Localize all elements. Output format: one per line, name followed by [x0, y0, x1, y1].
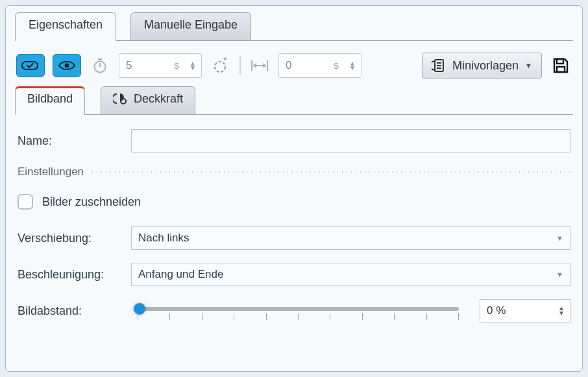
mini-templates-button[interactable]: Minivorlagen ▼	[422, 53, 542, 79]
chevron-down-icon: ▼	[525, 62, 532, 69]
sparkle-timer-icon[interactable]	[210, 55, 232, 77]
section-dots	[90, 171, 570, 173]
name-label: Name:	[18, 134, 131, 148]
crop-label: Bilder zuschneiden	[42, 195, 141, 209]
width-arrows-icon	[249, 55, 271, 77]
tab-deckkraft-label: Deckkraft	[134, 92, 183, 106]
accel-value: Anfang und Ende	[138, 268, 223, 281]
toggle-visible-button[interactable]	[53, 54, 81, 77]
toolbar: s ▲▼ s ▲▼ Minivorlagen ▼	[15, 41, 573, 82]
spacing-stepper[interactable]: ▲▼	[558, 306, 569, 316]
svg-rect-13	[557, 59, 563, 64]
svg-rect-0	[22, 62, 38, 69]
offset-unit: s	[334, 60, 339, 71]
shift-select[interactable]: Nach links ▼	[131, 226, 570, 250]
sub-tabs-rule	[15, 114, 573, 115]
offset-input[interactable]	[284, 58, 330, 73]
tab-properties-label: Eigenschaften	[29, 18, 103, 31]
slider-ticks	[138, 313, 459, 320]
svg-point-5	[215, 62, 225, 72]
slider-track	[138, 307, 459, 311]
tab-manual-input-label: Manuelle Eingabe	[144, 18, 238, 31]
accel-label: Beschleunigung:	[18, 268, 131, 282]
spacing-slider[interactable]	[131, 301, 465, 321]
top-tabs: Eigenschaften Manuelle Eingabe	[15, 12, 573, 41]
shift-label: Verschiebung:	[18, 232, 131, 245]
form-area: Name: Einstellungen Bilder zuschneiden V…	[15, 115, 573, 322]
chevron-down-icon: ▼	[556, 271, 563, 278]
svg-rect-14	[557, 67, 565, 72]
shift-value: Nach links	[138, 232, 189, 245]
section-settings-label: Einstellungen	[18, 165, 84, 178]
row-crop: Bilder zuschneiden	[18, 194, 570, 210]
stopwatch-icon	[89, 55, 111, 77]
row-name: Name:	[18, 129, 570, 152]
crop-checkbox[interactable]	[18, 194, 33, 210]
save-button[interactable]	[550, 55, 572, 77]
sub-tabs: Bildband Deckkraft	[15, 86, 573, 115]
duration-unit: s	[174, 60, 179, 71]
tab-manual-input[interactable]: Manuelle Eingabe	[130, 12, 251, 41]
svg-rect-3	[98, 58, 102, 60]
toggle-link-button[interactable]	[16, 54, 45, 77]
row-spacing: Bildabstand: 0 % ▲▼	[18, 299, 570, 322]
tab-properties[interactable]: Eigenschaften	[15, 12, 116, 41]
duration-spinner[interactable]: s ▲▼	[119, 53, 202, 78]
duration-input[interactable]	[125, 58, 170, 73]
section-settings: Einstellungen	[18, 165, 570, 178]
svg-point-1	[65, 64, 69, 68]
floppy-icon	[552, 56, 570, 75]
name-input[interactable]	[131, 129, 570, 152]
properties-panel: Eigenschaften Manuelle Eingabe s ▲▼	[5, 5, 583, 372]
row-shift: Verschiebung: Nach links ▼	[18, 226, 570, 250]
tab-bildband-label: Bildband	[27, 92, 73, 106]
opacity-icon	[113, 92, 127, 105]
eye-icon	[58, 60, 76, 71]
row-accel: Beschleunigung: Anfang und Ende ▼	[18, 263, 570, 286]
toolbar-divider	[239, 56, 241, 75]
offset-spinner[interactable]: s ▲▼	[278, 53, 361, 78]
duration-stepper[interactable]: ▲▼	[190, 61, 196, 70]
tab-bildband[interactable]: Bildband	[15, 86, 85, 115]
tab-deckkraft[interactable]: Deckkraft	[101, 86, 195, 115]
link-check-icon	[21, 60, 40, 71]
template-icon	[432, 58, 446, 73]
spacing-spinner[interactable]: 0 % ▲▼	[480, 299, 570, 322]
chevron-down-icon: ▼	[556, 234, 563, 242]
offset-stepper[interactable]: ▲▼	[349, 61, 356, 70]
spacing-label: Bildabstand:	[18, 304, 131, 318]
spacing-value: 0 %	[487, 304, 558, 317]
mini-templates-label: Minivorlagen	[452, 59, 519, 73]
accel-select[interactable]: Anfang und Ende ▼	[131, 263, 570, 286]
